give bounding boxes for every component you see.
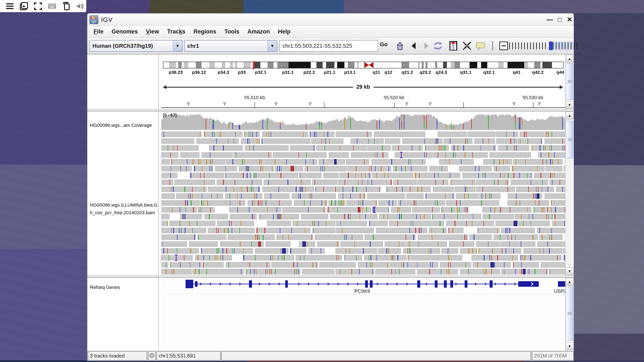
refseq-panel-data[interactable]: PCSK9 USP2 bbox=[161, 278, 565, 350]
fullscreen-icon[interactable] bbox=[34, 2, 42, 10]
roi-marker-icon[interactable] bbox=[223, 102, 226, 106]
zoom-tick bbox=[515, 42, 516, 49]
ideogram-band bbox=[348, 62, 354, 68]
gene-exon[interactable] bbox=[490, 280, 492, 288]
home-icon[interactable] bbox=[395, 41, 405, 51]
gene-name-pcsk9[interactable]: PCSK9 bbox=[354, 288, 370, 294]
menu-item-help[interactable]: Help bbox=[274, 28, 295, 35]
band-label: q44 bbox=[556, 70, 564, 75]
panel-divider[interactable] bbox=[87, 109, 574, 112]
forward-icon[interactable] bbox=[421, 41, 431, 51]
maximize-button[interactable]: □ bbox=[556, 15, 564, 24]
menu-item-regions[interactable]: Regions bbox=[190, 28, 220, 35]
menu-item-view[interactable]: View bbox=[142, 28, 163, 35]
zoom-slider-track[interactable] bbox=[509, 41, 573, 51]
menu-item-tracks[interactable]: Tracks bbox=[163, 28, 190, 35]
close-button[interactable]: ✕ bbox=[565, 15, 574, 24]
gene-exon[interactable] bbox=[518, 281, 539, 287]
scrollbar-thumb[interactable] bbox=[566, 121, 573, 158]
band-label: q21.2 bbox=[402, 70, 413, 75]
ideogram-band bbox=[528, 62, 534, 68]
scroll-down-icon[interactable]: ▼ bbox=[566, 101, 574, 109]
gene-exon[interactable] bbox=[365, 280, 368, 288]
roi-marker-icon[interactable] bbox=[538, 102, 541, 106]
gene-exon[interactable] bbox=[186, 280, 193, 288]
refresh-icon[interactable] bbox=[433, 41, 443, 51]
coverage-range-label: [0 - 67] bbox=[163, 113, 176, 118]
chromosome-select[interactable]: chr1 ▼ bbox=[184, 40, 277, 52]
zoom-tick bbox=[542, 42, 543, 49]
gene-exon[interactable] bbox=[285, 280, 288, 288]
ideogram-band bbox=[426, 62, 428, 68]
menu-item-amazon[interactable]: Amazon bbox=[244, 28, 274, 35]
gene-exon[interactable] bbox=[450, 280, 453, 288]
copy-icon[interactable] bbox=[62, 2, 70, 10]
roi-marker-icon[interactable] bbox=[274, 102, 278, 106]
alignment-track-label-line2[interactable]: h_cov_pcr_free.20140203.bam bbox=[90, 210, 155, 215]
gallery-icon[interactable] bbox=[20, 2, 28, 10]
minimize-button[interactable]: — bbox=[545, 15, 554, 24]
menu-item-file[interactable]: File bbox=[90, 28, 108, 35]
ideogram-band bbox=[481, 62, 487, 68]
zoom-tick bbox=[568, 42, 568, 49]
go-button[interactable]: Go bbox=[380, 41, 388, 48]
roi-marker-icon[interactable] bbox=[428, 102, 432, 106]
scrollbar-thumb[interactable] bbox=[566, 286, 573, 341]
ideogram-band bbox=[487, 62, 498, 68]
gene-name-usp2[interactable]: USP2 bbox=[554, 288, 565, 294]
gene-exon[interactable] bbox=[465, 280, 468, 288]
roi-marker-icon[interactable] bbox=[405, 102, 408, 106]
menu-item-tools[interactable]: Tools bbox=[220, 28, 244, 35]
roi-marker-icon[interactable] bbox=[186, 102, 190, 106]
ideogram-band bbox=[534, 62, 540, 68]
zoom-tick bbox=[533, 42, 534, 49]
coverage-track-label[interactable]: HG00096.wgs...am Coverage bbox=[90, 123, 152, 128]
gene-exon[interactable] bbox=[558, 281, 565, 287]
scroll-down-icon[interactable]: ▼ bbox=[566, 267, 574, 275]
tooltip-bubble-icon[interactable] bbox=[476, 41, 486, 51]
volume-icon[interactable] bbox=[76, 2, 84, 10]
alignment-track-label-line1[interactable]: HG00096.wgs.ILLUMINA.bwa.G bbox=[90, 202, 158, 208]
ruler-panel-data[interactable]: p36.23p36.12p34.3p33p32.1p31.1p22.2p21.1… bbox=[161, 55, 565, 109]
ruler-panel-scrollbar[interactable]: ▲ ▼ bbox=[565, 55, 574, 109]
gene-exon[interactable] bbox=[444, 280, 447, 288]
chromosome-ideogram[interactable] bbox=[163, 62, 564, 68]
chevron-down-icon[interactable]: ▼ bbox=[173, 40, 182, 51]
zoom-out-icon[interactable] bbox=[500, 42, 508, 50]
chevron-down-icon[interactable]: ▼ bbox=[268, 40, 277, 51]
fit-to-window-icon[interactable] bbox=[462, 41, 472, 51]
alignment-panel-data[interactable]: [0 - 67] bbox=[161, 112, 565, 275]
roi-marker-icon[interactable] bbox=[308, 102, 312, 106]
scroll-up-icon[interactable]: ▲ bbox=[566, 278, 574, 286]
zoom-slider-thumb[interactable] bbox=[549, 42, 552, 50]
keyboard-icon[interactable] bbox=[48, 2, 56, 10]
panel-divider[interactable] bbox=[87, 275, 574, 278]
refseq-panel-scrollbar[interactable]: ▲ ▼ bbox=[565, 278, 574, 350]
locus-input[interactable] bbox=[280, 40, 378, 52]
gene-exon[interactable] bbox=[417, 280, 420, 288]
gene-exon[interactable] bbox=[249, 280, 252, 288]
ideogram-band bbox=[184, 62, 188, 68]
roi-marker-icon[interactable] bbox=[512, 102, 516, 106]
gene-exon[interactable] bbox=[435, 280, 438, 288]
genome-select[interactable]: Human (GRCh37/hg19) ▼ bbox=[90, 40, 182, 52]
region-view-icon[interactable] bbox=[448, 41, 458, 51]
band-label: p32.1 bbox=[255, 70, 266, 75]
menu-item-genomes[interactable]: Genomes bbox=[108, 28, 142, 35]
band-label: q11 bbox=[372, 70, 380, 75]
band-label: p22.2 bbox=[304, 70, 315, 75]
alignment-reads-canvas[interactable] bbox=[161, 131, 565, 275]
scroll-down-icon[interactable]: ▼ bbox=[566, 342, 574, 350]
back-icon[interactable] bbox=[409, 41, 419, 51]
refseq-track-label[interactable]: Refseq Genes bbox=[90, 285, 120, 290]
menu-icon[interactable] bbox=[6, 2, 14, 10]
gene-exon[interactable] bbox=[195, 281, 198, 287]
alignment-panel-scrollbar[interactable]: ▲ ▼ bbox=[565, 112, 574, 275]
title-bar[interactable]: igv IGV — □ ✕ bbox=[87, 13, 574, 26]
scroll-up-icon[interactable]: ▲ bbox=[566, 55, 574, 63]
scrollbar-thumb[interactable] bbox=[566, 63, 573, 100]
gene-exon[interactable] bbox=[370, 280, 372, 288]
scroll-up-icon[interactable]: ▲ bbox=[566, 112, 574, 119]
zoom-slider[interactable] bbox=[500, 41, 574, 51]
coverage-track-chart[interactable] bbox=[161, 112, 565, 130]
